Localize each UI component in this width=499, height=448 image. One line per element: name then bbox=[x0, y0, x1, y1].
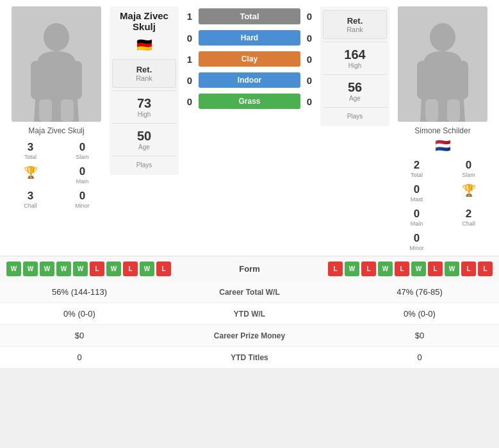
left-form-badge: W bbox=[140, 261, 154, 276]
right-ret-top: Ret. bbox=[331, 16, 379, 26]
left-ret-label: Rank bbox=[120, 74, 168, 82]
left-minor-label: Minor bbox=[75, 203, 90, 209]
right-main-num: 0 bbox=[414, 208, 420, 220]
surface-hard-left: 0 bbox=[183, 33, 196, 44]
right-slam-num: 0 bbox=[466, 159, 471, 172]
right-mast-num: 0 bbox=[414, 183, 420, 196]
left-high-stat: 73 High bbox=[112, 94, 176, 120]
data-row-left: 0 bbox=[9, 353, 150, 362]
left-slam-stat: 0 Slam bbox=[57, 139, 108, 162]
right-plays-stat: Plays bbox=[323, 110, 387, 122]
surface-total-right: 0 bbox=[303, 11, 316, 22]
data-row: 56% (144-113)Career Total W/L47% (76-85) bbox=[0, 281, 499, 303]
right-chall-num: 2 bbox=[466, 208, 471, 220]
left-form-badge: L bbox=[90, 261, 104, 276]
left-high-label: High bbox=[138, 111, 151, 118]
left-main-label: Main bbox=[76, 178, 89, 185]
right-minor-label: Minor bbox=[409, 245, 424, 251]
right-form-badge: L bbox=[478, 261, 493, 276]
right-divider-3 bbox=[323, 107, 387, 108]
data-row-center: Career Prize Money bbox=[150, 331, 349, 340]
comparison-container: Maja Zivec Skulj 3 Total 0 Slam 🏆 0 Main bbox=[0, 0, 499, 369]
right-high-label: High bbox=[348, 62, 362, 69]
left-form-badges: WWWWWLWLWL bbox=[6, 261, 171, 276]
left-age-stat: 50 Age bbox=[112, 126, 176, 153]
right-form-badge: L bbox=[395, 261, 409, 276]
data-row: 0YTD Titles0 bbox=[0, 347, 499, 369]
data-row-right: 47% (76-85) bbox=[349, 287, 490, 297]
right-form-badge: W bbox=[445, 261, 459, 276]
right-age-label: Age bbox=[349, 95, 361, 102]
left-stats-grid: 3 Total 0 Slam 🏆 0 Main 3 Chall bbox=[5, 139, 108, 211]
right-stats-grid: 2 Total 0 Slam 0 Mast 🏆 0 Main bbox=[391, 157, 494, 253]
left-mast-stat: 🏆 bbox=[5, 163, 56, 187]
surface-indoor-btn: Indoor bbox=[199, 72, 300, 88]
form-row: WWWWWLWLWL Form LWLWLWLWLL bbox=[0, 256, 499, 281]
svg-rect-1 bbox=[31, 61, 44, 99]
data-row-left: $0 bbox=[9, 331, 150, 340]
right-high-num: 164 bbox=[344, 47, 365, 62]
right-avatar-silhouette bbox=[414, 19, 471, 122]
right-slam-stat: 0 Slam bbox=[443, 157, 494, 180]
right-player-avatar-col: Simone Schilder 🇳🇱 2 Total 0 Slam 0 Mast bbox=[391, 6, 494, 253]
data-row-right: 0 bbox=[349, 353, 490, 362]
bottom-stats-section: 56% (144-113)Career Total W/L47% (76-85)… bbox=[0, 281, 499, 369]
data-row-center: YTD Titles bbox=[150, 353, 349, 362]
right-mast-label: Mast bbox=[411, 196, 423, 203]
right-high-stat: 164 High bbox=[323, 45, 387, 72]
left-age-label: Age bbox=[138, 144, 150, 151]
surface-clay-row: 1 Clay 0 bbox=[183, 49, 316, 69]
right-trophy-stat: 🏆 bbox=[443, 181, 494, 204]
svg-point-0 bbox=[44, 23, 69, 51]
left-avatar-silhouette bbox=[28, 19, 85, 122]
left-player-flag: 🇩🇪 bbox=[136, 37, 152, 53]
left-player-name-below: Maja Zivec Skulj bbox=[28, 126, 84, 135]
left-main-num: 0 bbox=[79, 165, 85, 178]
left-minor-num: 0 bbox=[79, 190, 85, 203]
right-form-badge: L bbox=[461, 261, 476, 276]
left-avatar bbox=[12, 6, 101, 122]
svg-rect-7 bbox=[455, 61, 468, 99]
right-chall-stat: 2 Chall bbox=[443, 206, 494, 229]
right-minor-num: 0 bbox=[414, 232, 420, 245]
left-divider-1 bbox=[112, 90, 176, 91]
right-trophy-icon: 🏆 bbox=[462, 183, 476, 197]
left-total-stat: 3 Total bbox=[5, 139, 56, 162]
players-top-section: Maja Zivec Skulj 3 Total 0 Slam 🏆 0 Main bbox=[0, 0, 499, 256]
surface-clay-btn: Clay bbox=[199, 51, 300, 67]
left-form-badge: W bbox=[6, 261, 21, 276]
surface-hard-right: 0 bbox=[303, 33, 316, 44]
left-form-badge: L bbox=[123, 261, 138, 276]
left-trophy-icon: 🏆 bbox=[24, 165, 38, 179]
data-row-left: 56% (144-113) bbox=[9, 287, 150, 297]
data-row-center: YTD W/L bbox=[150, 310, 349, 319]
data-row-center: Career Total W/L bbox=[150, 288, 349, 297]
left-plays-stat: Plays bbox=[112, 159, 176, 171]
left-divider-3 bbox=[112, 156, 176, 156]
left-chall-num: 3 bbox=[28, 190, 33, 203]
right-form-badge: W bbox=[411, 261, 426, 276]
right-form-badge: W bbox=[345, 261, 359, 276]
right-ret-label: Rank bbox=[331, 26, 379, 33]
surface-grass-right: 0 bbox=[303, 96, 316, 107]
right-player-flag: 🇳🇱 bbox=[435, 138, 451, 153]
left-slam-label: Slam bbox=[76, 154, 89, 160]
surface-indoor-right: 0 bbox=[303, 75, 316, 86]
right-ret-box: Ret. Rank bbox=[323, 10, 387, 39]
left-age-num: 50 bbox=[137, 129, 151, 144]
surface-total-left: 1 bbox=[183, 11, 196, 22]
form-label: Form bbox=[239, 264, 260, 274]
surface-center-col: 1 Total 0 0 Hard 0 1 Clay 0 0 Indoor 0 bbox=[181, 6, 318, 111]
left-form-badge: W bbox=[73, 261, 88, 276]
right-form-badge: L bbox=[361, 261, 376, 276]
right-slam-label: Slam bbox=[462, 172, 475, 178]
left-divider-2 bbox=[112, 123, 176, 124]
right-age-num: 56 bbox=[348, 80, 362, 95]
right-form-badges: LWLWLWLWLL bbox=[328, 261, 493, 276]
surface-total-row: 1 Total 0 bbox=[183, 6, 316, 26]
right-chall-label: Chall bbox=[462, 220, 475, 227]
left-form-badge: W bbox=[40, 261, 54, 276]
left-player-avatar-col: Maja Zivec Skulj 3 Total 0 Slam 🏆 0 Main bbox=[5, 6, 108, 211]
left-form-badge: W bbox=[106, 261, 121, 276]
surface-indoor-row: 0 Indoor 0 bbox=[183, 71, 316, 90]
